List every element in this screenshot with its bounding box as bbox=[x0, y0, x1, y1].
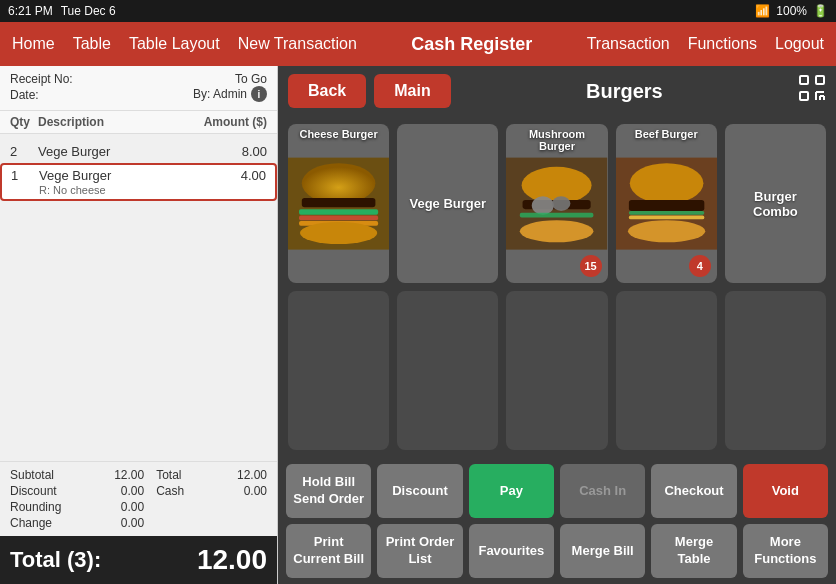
discount-button[interactable]: Discount bbox=[377, 464, 462, 518]
receipt-grand-total: Total (3): 12.00 bbox=[0, 536, 277, 584]
scan-icon[interactable] bbox=[798, 74, 826, 108]
back-button[interactable]: Back bbox=[288, 74, 366, 108]
svg-point-27 bbox=[628, 220, 705, 242]
cheese-burger-label: Cheese Burger bbox=[288, 128, 389, 140]
menu-item-vege-burger[interactable]: Vege Burger bbox=[397, 124, 498, 283]
mushroom-burger-label: Mushroom Burger bbox=[506, 128, 607, 152]
svg-rect-1 bbox=[816, 76, 824, 84]
category-title: Burgers bbox=[459, 80, 790, 103]
svg-rect-26 bbox=[628, 216, 703, 220]
void-button[interactable]: Void bbox=[743, 464, 828, 518]
menu-item-mushroom-burger[interactable]: Mushroom Burger 15 bbox=[506, 124, 607, 283]
receipt-no-label: Receipt No: bbox=[10, 72, 73, 86]
vege-burger-label: Vege Burger bbox=[401, 188, 494, 219]
top-nav-left: Home Table Table Layout New Transaction bbox=[12, 35, 357, 53]
top-nav: Home Table Table Layout New Transaction … bbox=[0, 22, 836, 66]
item-2-amount: 4.00 bbox=[241, 168, 266, 183]
menu-item-beef-burger[interactable]: Beef Burger 4 bbox=[616, 124, 717, 283]
item-2-info: Vege Burger R: No cheese bbox=[39, 168, 241, 196]
subtotal-value: 12.00 bbox=[94, 468, 144, 482]
svg-rect-20 bbox=[520, 213, 594, 218]
discount-value: 0.00 bbox=[94, 484, 144, 498]
to-go-label: To Go bbox=[193, 72, 267, 86]
merge-bill-button[interactable]: Merge Bill bbox=[560, 524, 645, 578]
beef-burger-label: Beef Burger bbox=[616, 128, 717, 140]
total-label: Total bbox=[156, 468, 204, 482]
cash-label: Cash bbox=[156, 484, 204, 498]
nav-functions[interactable]: Functions bbox=[688, 35, 757, 53]
item-2-desc: Vege Burger bbox=[39, 168, 241, 183]
svg-rect-24 bbox=[628, 200, 703, 211]
empty-slot-3 bbox=[506, 291, 607, 450]
receipt-header: Receipt No: Date: To Go By: Admin i bbox=[0, 66, 277, 111]
item-1-qty: 2 bbox=[10, 144, 30, 159]
menu-item-cheese-burger[interactable]: Cheese Burger bbox=[288, 124, 389, 283]
empty-slot-5 bbox=[725, 291, 826, 450]
svg-point-19 bbox=[552, 196, 570, 211]
receipt-panel: Receipt No: Date: To Go By: Admin i Qty … bbox=[0, 66, 278, 584]
receipt-totals: Subtotal 12.00 Total 12.00 Discount 0.00… bbox=[0, 461, 277, 536]
print-current-bill-button[interactable]: Print Current Bill bbox=[286, 524, 371, 578]
nav-home[interactable]: Home bbox=[12, 35, 55, 53]
burger-combo-label: Burger Combo bbox=[725, 181, 826, 227]
svg-rect-2 bbox=[800, 92, 808, 100]
rounding-value: 0.00 bbox=[94, 500, 144, 514]
more-functions-button[interactable]: More Functions bbox=[743, 524, 828, 578]
cash-in-button: Cash In bbox=[560, 464, 645, 518]
battery-icon: 🔋 bbox=[813, 4, 828, 18]
receipt-header-left: Receipt No: Date: bbox=[10, 72, 73, 102]
col-qty: Qty bbox=[10, 115, 30, 129]
hold-bill-button[interactable]: Hold BillSend Order bbox=[286, 464, 371, 518]
status-bar: 6:21 PM Tue Dec 6 📶 100% 🔋 bbox=[0, 0, 836, 22]
info-icon[interactable]: i bbox=[251, 86, 267, 102]
nav-table[interactable]: Table bbox=[73, 35, 111, 53]
receipt-item-1[interactable]: 2 Vege Burger 8.00 bbox=[0, 140, 277, 163]
nav-table-layout[interactable]: Table Layout bbox=[129, 35, 220, 53]
col-desc: Description bbox=[38, 115, 204, 129]
svg-point-14 bbox=[300, 222, 377, 244]
date: Tue Dec 6 bbox=[61, 4, 116, 18]
print-order-list-button[interactable]: Print Order List bbox=[377, 524, 462, 578]
svg-point-21 bbox=[520, 220, 594, 242]
wifi-icon: 📶 bbox=[755, 4, 770, 18]
total-value: 12.00 bbox=[217, 468, 267, 482]
category-nav: Back Main Burgers bbox=[278, 66, 836, 116]
receipt-items: 2 Vege Burger 8.00 1 Vege Burger R: No c… bbox=[0, 134, 277, 461]
cash-value: 0.00 bbox=[217, 484, 267, 498]
app-title: Cash Register bbox=[411, 34, 532, 54]
svg-point-18 bbox=[532, 196, 554, 214]
menu-grid: Cheese Burger bbox=[278, 116, 836, 458]
right-panel: Back Main Burgers Cheese Burge bbox=[278, 66, 836, 584]
pay-button[interactable]: Pay bbox=[469, 464, 554, 518]
svg-rect-0 bbox=[800, 76, 808, 84]
status-bar-left: 6:21 PM Tue Dec 6 bbox=[8, 4, 116, 18]
nav-new-transaction[interactable]: New Transaction bbox=[238, 35, 357, 53]
mushroom-burger-badge: 15 bbox=[580, 255, 602, 277]
item-1-desc: Vege Burger bbox=[38, 144, 242, 159]
nav-transaction[interactable]: Transaction bbox=[587, 35, 670, 53]
change-value: 0.00 bbox=[94, 516, 144, 530]
item-2-note: R: No cheese bbox=[39, 184, 241, 196]
top-nav-right: Transaction Functions Logout bbox=[587, 35, 824, 53]
grand-total-value: 12.00 bbox=[197, 544, 267, 576]
favourites-button[interactable]: Favourites bbox=[469, 524, 554, 578]
checkout-button[interactable]: Checkout bbox=[651, 464, 736, 518]
discount-label: Discount bbox=[10, 484, 82, 498]
svg-point-23 bbox=[629, 163, 703, 203]
action-bar: Hold BillSend Order Discount Pay Cash In… bbox=[278, 458, 836, 584]
battery: 100% bbox=[776, 4, 807, 18]
status-bar-right: 📶 100% 🔋 bbox=[755, 4, 828, 18]
item-2-qty: 1 bbox=[11, 168, 31, 183]
main-button[interactable]: Main bbox=[374, 74, 450, 108]
change-label: Change bbox=[10, 516, 82, 530]
rounding-label: Rounding bbox=[10, 500, 82, 514]
empty-slot-2 bbox=[397, 291, 498, 450]
menu-item-burger-combo[interactable]: Burger Combo bbox=[725, 124, 826, 283]
svg-rect-11 bbox=[299, 209, 378, 215]
svg-rect-25 bbox=[628, 211, 703, 215]
grand-total-label: Total (3): bbox=[10, 547, 101, 573]
receipt-item-2[interactable]: 1 Vege Burger R: No cheese 4.00 bbox=[0, 163, 277, 201]
merge-table-button[interactable]: Merge Table bbox=[651, 524, 736, 578]
empty-slot-4 bbox=[616, 291, 717, 450]
nav-logout[interactable]: Logout bbox=[775, 35, 824, 53]
